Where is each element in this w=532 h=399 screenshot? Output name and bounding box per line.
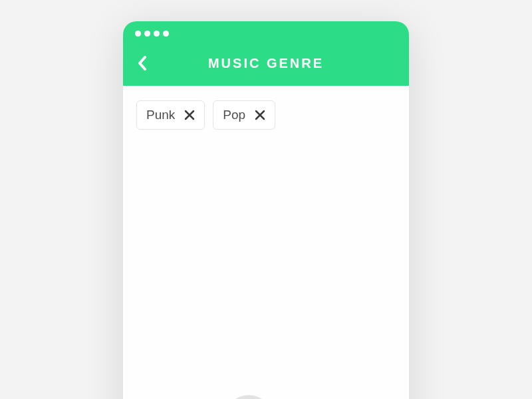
- chevron-left-icon: [138, 56, 147, 70]
- back-button[interactable]: [138, 55, 154, 71]
- tag-chip[interactable]: Punk: [136, 100, 205, 130]
- tag-label: Punk: [146, 108, 175, 122]
- tag-chip[interactable]: Pop: [213, 100, 275, 130]
- status-dots: [123, 31, 409, 37]
- status-dot: [144, 31, 150, 37]
- status-dot: [135, 31, 141, 37]
- close-icon: [184, 110, 195, 120]
- tag-label: Pop: [223, 108, 245, 122]
- status-dot: [163, 31, 169, 37]
- tags-area: Punk Pop: [123, 86, 409, 399]
- remove-tag-button[interactable]: [184, 110, 195, 120]
- remove-tag-button[interactable]: [255, 110, 265, 120]
- close-icon: [255, 110, 265, 120]
- page-title: MUSIC GENRE: [123, 56, 409, 71]
- header: MUSIC GENRE: [123, 21, 409, 86]
- app-window: MUSIC GENRE Punk Pop Add: [123, 21, 409, 399]
- header-row: MUSIC GENRE: [123, 55, 409, 71]
- status-dot: [154, 31, 160, 37]
